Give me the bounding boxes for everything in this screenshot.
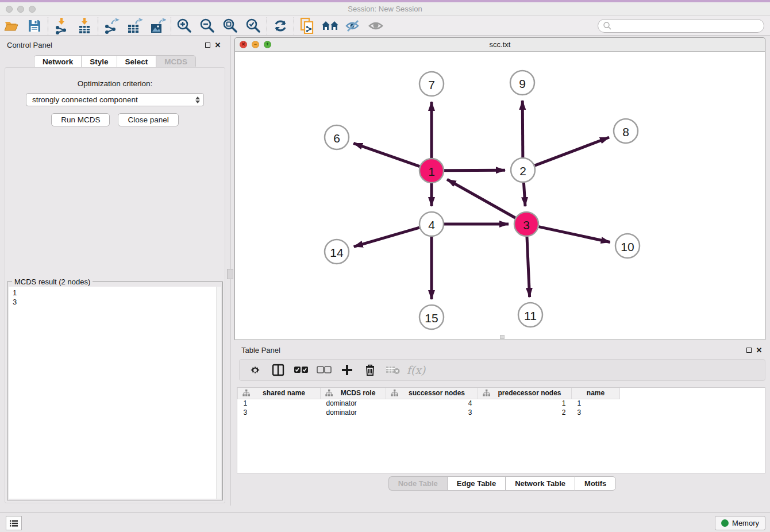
table-cell[interactable]: 1 [572,399,620,408]
function-builder-icon[interactable]: f(x) [406,361,426,379]
optimization-criterion-select[interactable]: strongly connected component [26,93,204,106]
refresh-view-icon[interactable] [269,17,292,35]
tab-network[interactable]: Network [34,55,81,68]
zoom-out-icon[interactable] [196,17,219,35]
task-history-button[interactable] [6,516,22,530]
table-cell[interactable]: dominator [321,399,386,408]
table-cell[interactable]: dominator [321,408,386,417]
control-panel-title: Control Panel [7,41,202,49]
table-cell[interactable]: 1 [238,399,321,408]
table-cell[interactable]: 3 [386,408,478,417]
selected-criterion: strongly connected component [32,95,195,104]
run-mcds-button[interactable]: Run MCDS [51,113,110,126]
delete-column-icon[interactable] [360,361,380,379]
mcds-result-groupbox: MCDS result (2 nodes) 1 3 [7,282,223,500]
graph-edge-3-10[interactable] [539,227,610,242]
table-row[interactable]: 1dominator411 [238,399,765,408]
hide-selected-icon[interactable] [342,17,365,35]
tab-style[interactable]: Style [81,55,116,68]
save-session-icon[interactable] [23,17,46,35]
float-panel-button[interactable] [202,40,213,50]
network-canvas[interactable]: 7968124314101511 [235,52,765,340]
memory-label: Memory [732,519,759,527]
column-header-predecessor-nodes[interactable]: predecessor nodes [478,388,572,399]
delete-table-icon[interactable] [383,361,403,379]
graph-node-label: 4 [428,218,435,232]
graph-edge-2-9[interactable] [522,101,523,157]
float-icon [205,43,210,48]
table-settings-icon[interactable] [245,361,265,379]
close-panel-button[interactable]: ✕ [213,40,223,50]
app-title: Session: New Session [0,5,770,13]
graph-node-label: 10 [621,240,634,253]
export-network-icon[interactable] [100,17,123,35]
zoom-selected-icon[interactable] [242,17,265,35]
graph-edge-2-8[interactable] [535,137,609,165]
graph-node-label: 14 [330,246,344,259]
column-header-mcds-role[interactable]: MCDS role [321,388,386,399]
search-input[interactable] [598,19,764,33]
tab-motifs[interactable]: Motifs [575,476,616,491]
graph-node-label: 2 [519,164,526,178]
hierarchy-icon [483,390,490,396]
graph-edge-3-11[interactable] [527,237,530,297]
hierarchy-icon [391,390,398,396]
import-network-icon[interactable] [50,17,73,35]
table-row[interactable]: 3dominator323 [238,408,765,417]
column-header-name[interactable]: name [572,388,620,399]
column-header-shared-name[interactable]: shared name [238,388,321,399]
hierarchy-icon [242,390,250,396]
graph-edge-1-2[interactable] [444,170,505,171]
canvas-resize-handle[interactable] [500,335,505,339]
show-all-icon[interactable] [365,17,388,35]
close-panel-button-mcds[interactable]: Close panel [118,113,178,126]
memory-button[interactable]: Memory [715,516,765,530]
tab-edge-table[interactable]: Edge Table [447,476,505,491]
tab-mcds[interactable]: MCDS [156,55,196,68]
tab-select[interactable]: Select [117,55,156,68]
table-panel-title: Table Panel [241,346,744,354]
split-view-icon[interactable] [268,361,288,379]
table-toolbar: f(x) [239,359,765,381]
clone-network-icon[interactable] [296,17,319,35]
graph-edge-1-6[interactable] [353,143,419,166]
table-cell[interactable]: 3 [238,408,321,417]
first-neighbors-icon[interactable] [319,17,342,35]
search-icon [603,21,612,30]
graph-edge-4-14[interactable] [354,228,419,246]
float-icon [746,348,752,353]
node-table: shared name MCDS role successor nodes pr… [237,387,765,473]
float-table-panel-button[interactable] [744,345,754,355]
add-column-icon[interactable] [337,361,357,379]
export-image-icon[interactable] [146,17,169,35]
panel-splitter-handle[interactable] [227,269,233,279]
graph-node-label: 8 [622,125,629,138]
table-cell[interactable]: 4 [386,399,478,408]
table-cell[interactable]: 2 [478,408,572,417]
result-item: 3 [13,298,221,307]
graph-node-label: 11 [524,309,537,322]
zoom-in-icon[interactable] [173,17,196,35]
table-cell[interactable]: 3 [572,408,620,417]
mcds-result-list[interactable]: 1 3 [9,287,221,499]
result-scrollbar[interactable] [216,287,221,499]
deselect-all-checkboxes-icon[interactable] [314,361,334,379]
tab-network-table[interactable]: Network Table [505,476,575,491]
close-table-panel-button[interactable]: ✕ [754,345,764,355]
export-table-icon[interactable] [123,17,146,35]
graph-edge-2-3[interactable] [523,183,525,206]
control-panel-tabs: Network Style Select MCDS [0,55,230,68]
open-session-icon[interactable] [0,17,23,35]
result-item: 1 [13,288,221,298]
column-header-successor-nodes[interactable]: successor nodes [386,388,478,399]
table-cell[interactable]: 1 [478,399,572,408]
import-table-icon[interactable] [73,17,96,35]
tab-node-table[interactable]: Node Table [388,476,447,491]
table-header-row: shared name MCDS role successor nodes pr… [238,388,765,399]
table-cell-filler [620,408,765,417]
network-window-titlebar[interactable]: ✕ − + scc.txt [235,38,765,52]
graph-edge-3-1[interactable] [447,179,515,218]
select-stepper-icon [195,97,200,103]
select-all-checkboxes-icon[interactable] [291,361,311,379]
zoom-fit-icon[interactable] [219,17,242,35]
